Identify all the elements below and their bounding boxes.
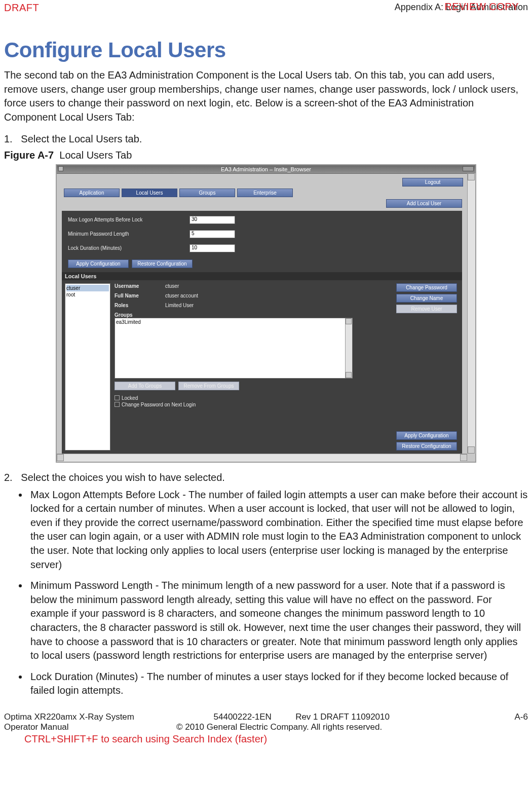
change-next-checkbox[interactable] [115, 402, 120, 407]
logout-button[interactable]: Logout [402, 178, 463, 186]
fullname-label: Full Name [115, 293, 165, 298]
tab-enterprise[interactable]: Enterprise [237, 189, 293, 197]
groups-scrollbar[interactable] [345, 318, 352, 378]
roles-label: Roles [115, 303, 165, 308]
min-pw-input[interactable]: 5 [189, 230, 235, 238]
min-pw-label: Minimum Password Length [68, 231, 189, 237]
apply-config-button-2[interactable]: Apply Configuration [396, 431, 457, 440]
step-1: 1. Select the Local Users tab. [4, 132, 528, 146]
footer-product: Optima XR220amx X-Ray System [4, 712, 134, 722]
locked-label: Locked [122, 395, 138, 401]
lock-duration-input[interactable]: 10 [189, 244, 235, 252]
restore-config-button-2[interactable]: Restore Configuration [396, 442, 457, 451]
groups-listbox[interactable]: ea3Limited [115, 318, 353, 379]
bullet-max-logon: Max Logon Attempts Before Lock - The num… [28, 488, 528, 572]
footer-page: A-6 [515, 712, 528, 722]
footer-rev: Rev 1 DRAFT 11092010 [295, 712, 390, 722]
restore-config-button[interactable]: Restore Configuration [132, 259, 193, 268]
user-details-panel: Change Password Change Name Remove User … [115, 283, 459, 451]
list-item[interactable]: ctuser [66, 285, 109, 291]
bullet-lock-duration: Lock Duration (Minutes) - The number of … [28, 670, 528, 698]
local-users-section-header: Local Users [62, 272, 462, 280]
user-listbox[interactable]: ctuser root [65, 283, 110, 451]
footer-copyright: © 2010 General Electric Company. All rig… [176, 722, 528, 732]
username-label: Username [115, 283, 165, 289]
window-title: EA3 Administration – Insite_Browser [221, 166, 311, 172]
scroll-up-icon[interactable] [468, 173, 475, 180]
remove-user-button[interactable]: Remove User [396, 305, 457, 313]
config-panel: Max Logon Attempts Before Lock 30 Minimu… [62, 211, 462, 272]
add-local-user-button[interactable]: Add Local User [386, 199, 462, 208]
window-icon [58, 166, 63, 171]
window-titlebar: EA3 Administration – Insite_Browser [57, 165, 475, 174]
screenshot-window: EA3 Administration – Insite_Browser Logo… [56, 164, 476, 463]
review-watermark: REVIEW COPY [444, 1, 519, 13]
step-2: 2. Select the choices you wish to have s… [4, 471, 528, 485]
footer-doc: 54400222-1EN [214, 712, 272, 722]
apply-config-button[interactable]: Apply Configuration [68, 259, 129, 268]
scroll-down-icon[interactable] [346, 372, 352, 378]
draft-watermark: DRAFT [4, 2, 39, 14]
page-footer: Optima XR220amx X-Ray System 54400222-1E… [4, 712, 528, 745]
bullet-min-pw: Minimum Password Length - The minimum le… [28, 579, 528, 663]
horizontal-scrollbar[interactable] [57, 454, 467, 462]
change-password-button[interactable]: Change Password [396, 283, 457, 292]
scroll-right-icon[interactable] [460, 454, 467, 461]
figure-label: Figure A-7 Local Users Tab [4, 149, 528, 161]
list-item[interactable]: ea3Limited [116, 319, 351, 325]
list-item[interactable]: root [66, 291, 109, 298]
scroll-down-icon[interactable] [468, 446, 475, 454]
window-controls[interactable] [463, 166, 474, 171]
vertical-scrollbar[interactable] [467, 173, 475, 454]
change-next-label: Change Password on Next Login [122, 402, 196, 407]
max-attempts-input[interactable]: 30 [189, 216, 235, 224]
footer-manual: Operator Manual [4, 722, 176, 732]
remove-from-groups-button[interactable]: Remove From Groups [178, 382, 239, 390]
max-attempts-label: Max Logon Attempts Before Lock [68, 217, 189, 222]
search-hint: CTRL+SHIFT+F to search using Search Inde… [24, 733, 528, 745]
user-list: ctuser root [65, 283, 110, 451]
scroll-up-icon[interactable] [346, 318, 352, 324]
lock-duration-label: Lock Duration (Minutes) [68, 245, 189, 251]
tab-application[interactable]: Application [64, 189, 120, 197]
locked-checkbox[interactable] [115, 395, 120, 400]
add-to-groups-button[interactable]: Add To Groups [115, 382, 175, 390]
tab-local-users[interactable]: Local Users [122, 189, 177, 197]
scroll-left-icon[interactable] [57, 454, 64, 461]
tab-groups[interactable]: Groups [179, 189, 235, 197]
intro-paragraph: The second tab on the EA3 Administration… [4, 68, 528, 124]
change-name-button[interactable]: Change Name [396, 294, 457, 303]
page-title: Configure Local Users [4, 38, 528, 62]
